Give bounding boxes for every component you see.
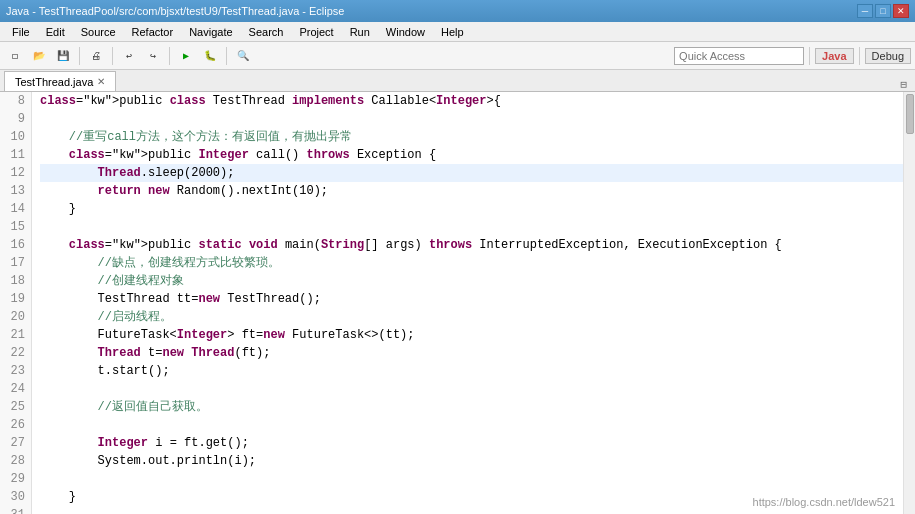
line-number: 13 (4, 182, 25, 200)
code-line[interactable]: //缺点，创建线程方式比较繁琐。 (40, 254, 903, 272)
code-line[interactable]: class="kw">public class TestThread imple… (40, 92, 903, 110)
window-controls: ─ □ ✕ (857, 4, 909, 18)
code-line[interactable]: } (40, 488, 903, 506)
code-line[interactable]: class="kw">public Integer call() throws … (40, 146, 903, 164)
code-line[interactable]: Integer i = ft.get(); (40, 434, 903, 452)
line-number: 25 (4, 398, 25, 416)
line-number: 9 (4, 110, 25, 128)
line-number: 29 (4, 470, 25, 488)
toolbar-btn-new[interactable]: ◻ (4, 45, 26, 67)
code-line[interactable]: //启动线程。 (40, 308, 903, 326)
tab-collapse-button[interactable]: ⊟ (896, 78, 911, 91)
vertical-scrollbar[interactable] (903, 92, 915, 514)
code-line[interactable] (40, 380, 903, 398)
code-line[interactable] (40, 470, 903, 488)
code-line[interactable]: t.start(); (40, 362, 903, 380)
menu-item-source[interactable]: Source (73, 24, 124, 40)
tab-close-button[interactable]: ✕ (97, 76, 105, 87)
code-line[interactable]: System.out.println(i); (40, 452, 903, 470)
toolbar-btn-debug[interactable]: 🐛 (199, 45, 221, 67)
menu-item-project[interactable]: Project (291, 24, 341, 40)
line-number: 18 (4, 272, 25, 290)
code-line[interactable] (40, 506, 903, 514)
code-line[interactable]: return new Random().nextInt(10); (40, 182, 903, 200)
code-line[interactable]: FutureTask<Integer> ft=new FutureTask<>(… (40, 326, 903, 344)
line-number: 12 (4, 164, 25, 182)
line-number: 19 (4, 290, 25, 308)
code-line[interactable] (40, 110, 903, 128)
menu-item-run[interactable]: Run (342, 24, 378, 40)
menu-item-refactor[interactable]: Refactor (124, 24, 182, 40)
menu-item-navigate[interactable]: Navigate (181, 24, 240, 40)
editor-area: 8910111213141516171819202122232425262728… (0, 92, 915, 514)
menu-item-edit[interactable]: Edit (38, 24, 73, 40)
scrollbar-thumb[interactable] (906, 94, 914, 134)
debug-perspective-button[interactable]: Debug (865, 48, 911, 64)
tab-label: TestThread.java (15, 76, 93, 88)
line-number: 22 (4, 344, 25, 362)
line-number: 21 (4, 326, 25, 344)
editor-tab-testthread[interactable]: TestThread.java ✕ (4, 71, 116, 91)
line-number: 30 (4, 488, 25, 506)
menu-bar: FileEditSourceRefactorNavigateSearchProj… (0, 22, 915, 42)
menu-item-search[interactable]: Search (241, 24, 292, 40)
menu-item-window[interactable]: Window (378, 24, 433, 40)
toolbar-separator-4 (226, 47, 227, 65)
toolbar-btn-open[interactable]: 📂 (28, 45, 50, 67)
line-number: 17 (4, 254, 25, 272)
line-number: 10 (4, 128, 25, 146)
line-number: 11 (4, 146, 25, 164)
toolbar-btn-save[interactable]: 💾 (52, 45, 74, 67)
code-line[interactable]: Thread.sleep(2000); (40, 164, 903, 182)
toolbar-btn-print[interactable]: 🖨 (85, 45, 107, 67)
code-line[interactable]: //重写call方法，这个方法：有返回值，有抛出异常 (40, 128, 903, 146)
code-content[interactable]: class="kw">public class TestThread imple… (32, 92, 903, 514)
menu-item-help[interactable]: Help (433, 24, 472, 40)
maximize-button[interactable]: □ (875, 4, 891, 18)
title-bar: Java - TestThreadPool/src/com/bjsxt/test… (0, 0, 915, 22)
line-numbers: 8910111213141516171819202122232425262728… (0, 92, 32, 514)
toolbar: ◻ 📂 💾 🖨 ↩ ↪ ▶ 🐛 🔍 Java Debug (0, 42, 915, 70)
line-number: 14 (4, 200, 25, 218)
tab-bar: TestThread.java ✕ ⊟ (0, 70, 915, 92)
minimize-button[interactable]: ─ (857, 4, 873, 18)
toolbar-separator-1 (79, 47, 80, 65)
code-line[interactable]: } (40, 200, 903, 218)
toolbar-btn-run[interactable]: ▶ (175, 45, 197, 67)
code-line[interactable] (40, 218, 903, 236)
code-line[interactable]: //创建线程对象 (40, 272, 903, 290)
line-number: 15 (4, 218, 25, 236)
title-text: Java - TestThreadPool/src/com/bjsxt/test… (6, 5, 345, 17)
toolbar-btn-search[interactable]: 🔍 (232, 45, 254, 67)
line-number: 31 (4, 506, 25, 514)
line-number: 20 (4, 308, 25, 326)
code-line[interactable]: TestThread tt=new TestThread(); (40, 290, 903, 308)
line-number: 27 (4, 434, 25, 452)
menu-item-file[interactable]: File (4, 24, 38, 40)
toolbar-btn-redo[interactable]: ↪ (142, 45, 164, 67)
code-line[interactable]: //返回值自己获取。 (40, 398, 903, 416)
code-line[interactable]: Thread t=new Thread(ft); (40, 344, 903, 362)
line-number: 23 (4, 362, 25, 380)
toolbar-btn-undo[interactable]: ↩ (118, 45, 140, 67)
code-line[interactable]: class="kw">public static void main(Strin… (40, 236, 903, 254)
toolbar-separator-2 (112, 47, 113, 65)
line-number: 16 (4, 236, 25, 254)
java-perspective-button[interactable]: Java (815, 48, 853, 64)
toolbar-separator-5 (809, 47, 810, 65)
toolbar-separator-6 (859, 47, 860, 65)
quick-access-input[interactable] (674, 47, 804, 65)
line-number: 24 (4, 380, 25, 398)
line-number: 8 (4, 92, 25, 110)
line-number: 26 (4, 416, 25, 434)
close-button[interactable]: ✕ (893, 4, 909, 18)
toolbar-separator-3 (169, 47, 170, 65)
code-line[interactable] (40, 416, 903, 434)
line-number: 28 (4, 452, 25, 470)
